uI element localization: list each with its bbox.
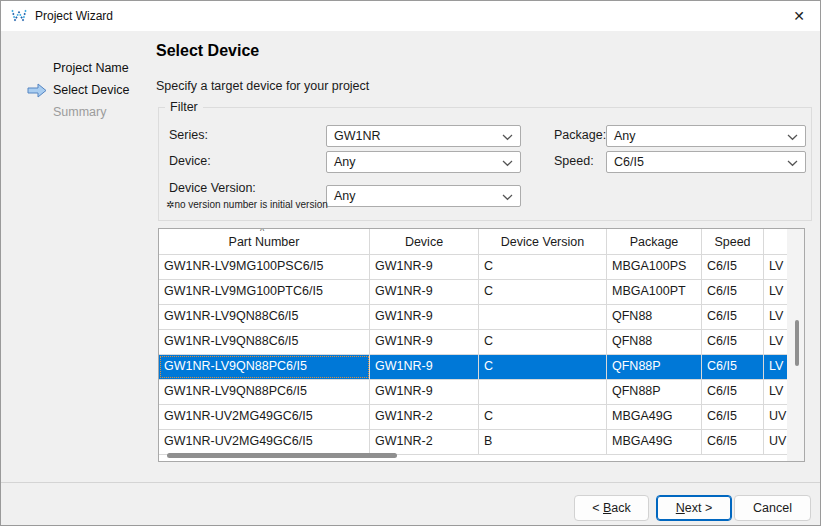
table-cell[interactable]: C6/I5 bbox=[702, 380, 764, 404]
table-cell[interactable]: QFN88P bbox=[607, 380, 702, 404]
device-version-value: Any bbox=[334, 189, 356, 203]
sidebar-step-summary: Summary bbox=[53, 105, 106, 119]
table-cell[interactable]: MBGA49G bbox=[607, 405, 702, 429]
current-step-arrow-icon bbox=[27, 83, 47, 98]
table-row[interactable]: GW1NR-LV9QN88C6/I5GW1NR-9CQFN88C6/I5LV bbox=[159, 330, 787, 355]
table-cell[interactable]: C6/I5 bbox=[702, 255, 764, 279]
title-bar: Project Wizard ✕ bbox=[1, 1, 820, 31]
table-cell[interactable]: GW1NR-2 bbox=[370, 405, 479, 429]
table-cell[interactable]: B bbox=[479, 430, 607, 454]
table-cell[interactable]: C bbox=[479, 280, 607, 304]
device-version-dropdown[interactable]: Any bbox=[326, 185, 521, 207]
sidebar-step-project-name: Project Name bbox=[53, 61, 129, 75]
table-cell[interactable]: GW1NR-9 bbox=[370, 280, 479, 304]
table-cell[interactable]: GW1NR-9 bbox=[370, 380, 479, 404]
column-header-device-version[interactable]: Device Version bbox=[479, 229, 607, 254]
close-button[interactable]: ✕ bbox=[788, 5, 810, 27]
table-cell[interactable]: MBGA100PT bbox=[607, 280, 702, 304]
table-cell[interactable]: GW1NR-9 bbox=[370, 255, 479, 279]
next-button[interactable]: Next > bbox=[656, 495, 732, 521]
device-version-label: Device Version: bbox=[169, 181, 256, 195]
table-cell[interactable]: LV bbox=[764, 255, 787, 279]
package-label: Package: bbox=[554, 128, 606, 142]
table-cell[interactable]: GW1NR-9 bbox=[370, 355, 479, 379]
column-header-speed[interactable]: Speed bbox=[702, 229, 764, 254]
cancel-label: Cancel bbox=[753, 501, 792, 515]
table-cell[interactable]: GW1NR-LV9MG100PTC6/I5 bbox=[159, 280, 370, 304]
table-cell[interactable]: GW1NR-UV2MG49GC6/I5 bbox=[159, 405, 370, 429]
series-label: Series: bbox=[169, 128, 208, 142]
table-row[interactable]: GW1NR-LV9QN88PC6/I5GW1NR-9CQFN88PC6/I5LV bbox=[159, 355, 787, 380]
column-header-part-number[interactable]: Part Number^ bbox=[159, 229, 370, 254]
speed-dropdown[interactable]: C6/I5 bbox=[606, 151, 806, 173]
back-label-pre: < bbox=[592, 501, 603, 515]
table-cell[interactable] bbox=[479, 380, 607, 404]
table-cell[interactable]: C bbox=[479, 255, 607, 279]
table-cell[interactable]: GW1NR-LV9QN88C6/I5 bbox=[159, 305, 370, 329]
table-cell[interactable]: QFN88 bbox=[607, 330, 702, 354]
table-cell[interactable]: UV bbox=[764, 405, 787, 429]
table-row[interactable]: GW1NR-LV9QN88PC6/I5GW1NR-9QFN88PC6/I5LV bbox=[159, 380, 787, 405]
table-cell[interactable]: C6/I5 bbox=[702, 355, 764, 379]
table-cell[interactable]: C bbox=[479, 355, 607, 379]
table-row[interactable]: GW1NR-UV2MG49GC6/I5GW1NR-2CMBGA49GC6/I5U… bbox=[159, 405, 787, 430]
table-cell[interactable]: C6/I5 bbox=[702, 280, 764, 304]
column-header-vol[interactable]: Vol bbox=[764, 229, 787, 254]
column-header-label: Device bbox=[405, 235, 443, 249]
device-table-header: Part Number^DeviceDevice VersionPackageS… bbox=[159, 229, 787, 255]
table-cell[interactable]: GW1NR-2 bbox=[370, 430, 479, 454]
cancel-button[interactable]: Cancel bbox=[734, 495, 811, 521]
table-row[interactable]: GW1NR-LV9MG100PTC6/I5GW1NR-9CMBGA100PTC6… bbox=[159, 280, 787, 305]
table-cell[interactable]: GW1NR-LV9QN88PC6/I5 bbox=[159, 380, 370, 404]
vertical-scrollbar[interactable] bbox=[787, 229, 804, 461]
table-cell[interactable] bbox=[479, 305, 607, 329]
column-header-package[interactable]: Package bbox=[607, 229, 702, 254]
table-cell[interactable]: QFN88 bbox=[607, 305, 702, 329]
device-table-body: GW1NR-LV9MG100PSC6/I5GW1NR-9CMBGA100PSC6… bbox=[159, 255, 787, 455]
window-title: Project Wizard bbox=[35, 1, 113, 31]
vertical-scrollbar-thumb[interactable] bbox=[795, 320, 799, 366]
device-value: Any bbox=[334, 155, 356, 169]
table-cell[interactable]: GW1NR-LV9MG100PSC6/I5 bbox=[159, 255, 370, 279]
next-label-mnemonic: N bbox=[676, 501, 685, 515]
column-header-device[interactable]: Device bbox=[370, 229, 479, 254]
table-cell[interactable]: GW1NR-9 bbox=[370, 330, 479, 354]
chevron-down-icon bbox=[787, 134, 798, 141]
back-button[interactable]: < Back bbox=[574, 495, 649, 521]
table-cell[interactable]: UV bbox=[764, 430, 787, 454]
footer-separator bbox=[1, 482, 820, 483]
table-cell[interactable]: LV bbox=[764, 280, 787, 304]
project-wizard-dialog: Project Wizard ✕ Project Name Select Dev… bbox=[0, 0, 821, 526]
column-header-label: Part Number bbox=[229, 235, 300, 249]
table-cell[interactable]: LV bbox=[764, 305, 787, 329]
table-row[interactable]: GW1NR-UV2MG49GC6/I5GW1NR-2BMBGA49GC6/I5U… bbox=[159, 430, 787, 455]
table-row[interactable]: GW1NR-LV9QN88C6/I5GW1NR-9QFN88C6/I5LV bbox=[159, 305, 787, 330]
table-row[interactable]: GW1NR-LV9MG100PSC6/I5GW1NR-9CMBGA100PSC6… bbox=[159, 255, 787, 280]
table-cell[interactable]: C6/I5 bbox=[702, 330, 764, 354]
table-cell[interactable]: LV bbox=[764, 355, 787, 379]
table-cell[interactable]: LV bbox=[764, 330, 787, 354]
table-cell[interactable]: GW1NR-9 bbox=[370, 305, 479, 329]
table-cell[interactable]: C6/I5 bbox=[702, 305, 764, 329]
table-cell[interactable]: GW1NR-UV2MG49GC6/I5 bbox=[159, 430, 370, 454]
table-cell[interactable]: C bbox=[479, 405, 607, 429]
table-cell[interactable]: C6/I5 bbox=[702, 430, 764, 454]
gowin-logo-icon bbox=[11, 8, 27, 24]
series-dropdown[interactable]: GW1NR bbox=[326, 125, 521, 147]
table-cell[interactable]: QFN88P bbox=[607, 355, 702, 379]
table-cell[interactable]: GW1NR-LV9QN88PC6/I5 bbox=[159, 355, 370, 379]
sort-ascending-icon: ^ bbox=[260, 229, 264, 236]
table-cell[interactable]: GW1NR-LV9QN88C6/I5 bbox=[159, 330, 370, 354]
table-cell[interactable]: MBGA100PS bbox=[607, 255, 702, 279]
package-dropdown[interactable]: Any bbox=[606, 125, 806, 147]
horizontal-scrollbar-thumb[interactable] bbox=[167, 453, 397, 458]
table-cell[interactable]: MBGA49G bbox=[607, 430, 702, 454]
speed-label: Speed: bbox=[554, 154, 594, 168]
table-cell[interactable]: C bbox=[479, 330, 607, 354]
page-title: Select Device bbox=[156, 42, 259, 60]
device-dropdown[interactable]: Any bbox=[326, 151, 521, 173]
back-label-post: ack bbox=[611, 501, 630, 515]
table-cell[interactable]: LV bbox=[764, 380, 787, 404]
table-cell[interactable]: C6/I5 bbox=[702, 405, 764, 429]
chevron-down-icon bbox=[502, 134, 513, 141]
